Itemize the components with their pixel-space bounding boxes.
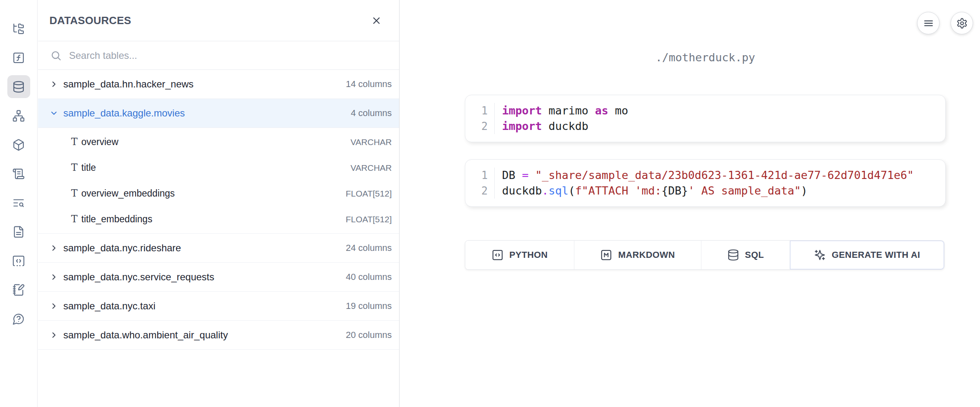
- sidebar-button-list-search[interactable]: [7, 191, 30, 214]
- column-type: FLOAT[512]: [346, 215, 392, 224]
- search-tables-input[interactable]: [68, 49, 399, 62]
- chevron-right-icon: [49, 244, 58, 253]
- chevron-right-icon: [49, 244, 58, 253]
- table-column-count: 14 columns: [346, 79, 392, 89]
- table-search-row: [38, 41, 399, 70]
- type-text-icon: T: [67, 188, 81, 200]
- column-row[interactable]: Ttitle_embeddingsFLOAT[512]: [38, 206, 399, 232]
- help-circle-icon: [12, 313, 25, 325]
- search-icon: [50, 50, 62, 61]
- chevron-down-icon: [49, 109, 58, 118]
- table-row[interactable]: sample_data.hn.hacker_news14 columns: [38, 70, 399, 99]
- sidebar-button-file-tree[interactable]: [7, 17, 30, 40]
- scroll-icon: [12, 168, 25, 180]
- table-column-count: 40 columns: [346, 272, 392, 282]
- settings-icon: [956, 18, 968, 29]
- notebook-filename: ./motherduck.py: [465, 51, 946, 64]
- column-name: overview: [81, 136, 350, 148]
- code-snippet-icon: [12, 255, 25, 267]
- top-actions: [917, 12, 973, 34]
- code-cell: 12import marimo as moimport duckdb: [465, 95, 946, 142]
- column-name: title: [81, 162, 350, 173]
- function-square-icon: [12, 51, 25, 64]
- table-name: sample_data.nyc.taxi: [63, 300, 346, 312]
- column-name: title_embeddings: [81, 214, 346, 225]
- code-line: import duckdb: [502, 119, 945, 134]
- sidebar-button-database[interactable]: [7, 75, 30, 98]
- table-row[interactable]: sample_data.kaggle.movies4 columns: [38, 99, 399, 128]
- chevron-right-icon: [49, 331, 58, 340]
- code-editor[interactable]: DB = "_share/sample_data/23b0d623-1361-4…: [495, 168, 945, 199]
- notebook-area: ./motherduck.py 12import marimo as moimp…: [400, 0, 980, 407]
- sidebar-button-help-circle[interactable]: [7, 307, 30, 330]
- sidebar-button-notebook-pen[interactable]: [7, 278, 30, 301]
- column-row[interactable]: ToverviewVARCHAR: [38, 129, 399, 155]
- sidebar-button-package[interactable]: [7, 133, 30, 156]
- chevron-right-icon: [49, 80, 58, 89]
- close-datasources-button[interactable]: [371, 15, 382, 26]
- column-type: FLOAT[512]: [346, 189, 392, 199]
- svg-text:T: T: [71, 162, 78, 173]
- sidebar-button-sitemap[interactable]: [7, 104, 30, 127]
- database-icon: [12, 81, 25, 93]
- list-search-icon: [12, 197, 25, 209]
- sitemap-icon: [12, 110, 25, 122]
- code-line: import marimo as mo: [502, 103, 945, 119]
- marimo-app: DATASOURCES sample_data.hn.hacker_news14…: [0, 0, 980, 407]
- settings-button[interactable]: [951, 12, 973, 34]
- sidebar-button-function-square[interactable]: [7, 46, 30, 69]
- datasources-panel-header: DATASOURCES: [38, 0, 399, 41]
- add-cell-button-label: SQL: [745, 250, 764, 260]
- menu-icon: [923, 18, 934, 29]
- sidebar-button-scroll[interactable]: [7, 162, 30, 185]
- table-name: sample_data.hn.hacker_news: [63, 78, 346, 90]
- column-row[interactable]: TtitleVARCHAR: [38, 155, 399, 181]
- file-tree-icon: [12, 22, 25, 35]
- chevron-right-icon: [49, 80, 58, 89]
- add-cell-generate-with-ai-button[interactable]: GENERATE WITH AI: [790, 241, 944, 269]
- add-cell-markdown-button[interactable]: MARKDOWN: [574, 241, 701, 269]
- table-columns-list: ToverviewVARCHARTtitleVARCHARToverview_e…: [38, 128, 399, 234]
- column-row[interactable]: Toverview_embeddingsFLOAT[512]: [38, 181, 399, 206]
- table-name: sample_data.kaggle.movies: [63, 107, 351, 119]
- sidebar-button-file-text[interactable]: [7, 220, 30, 243]
- add-cell-sql-button[interactable]: SQL: [701, 241, 790, 269]
- table-row[interactable]: sample_data.nyc.service_requests40 colum…: [38, 263, 399, 292]
- notebook-pen-icon: [12, 284, 25, 296]
- table-name: sample_data.nyc.service_requests: [63, 271, 346, 283]
- add-cell-button-label: PYTHON: [509, 250, 548, 260]
- tables-list: sample_data.hn.hacker_news14 columnssamp…: [38, 70, 399, 350]
- add-cell-button-label: MARKDOWN: [618, 250, 675, 260]
- line-numbers: 12: [465, 103, 495, 134]
- add-cell-button-label: GENERATE WITH AI: [832, 250, 920, 260]
- code-editor[interactable]: import marimo as moimport duckdb: [495, 103, 945, 134]
- svg-text:T: T: [71, 136, 78, 148]
- type-text-icon: T: [67, 162, 81, 174]
- column-type: VARCHAR: [350, 137, 392, 147]
- code-line: DB = "_share/sample_data/23b0d623-1361-4…: [502, 168, 945, 183]
- table-column-count: 24 columns: [346, 243, 392, 253]
- table-name: sample_data.who.ambient_air_quality: [63, 329, 346, 341]
- sidebar-button-code-snippet[interactable]: [7, 249, 30, 272]
- code-square-icon: [491, 249, 504, 261]
- package-icon: [12, 139, 25, 151]
- chevron-right-icon: [49, 302, 58, 311]
- column-name: overview_embeddings: [81, 188, 346, 199]
- table-row[interactable]: sample_data.who.ambient_air_quality20 co…: [38, 321, 399, 350]
- table-column-count: 20 columns: [346, 330, 392, 340]
- table-row[interactable]: sample_data.nyc.rideshare24 columns: [38, 234, 399, 263]
- code-line: duckdb.sql(f"ATTACH 'md:{DB}' AS sample_…: [502, 183, 945, 199]
- svg-text:T: T: [71, 188, 78, 199]
- table-column-count: 19 columns: [346, 301, 392, 311]
- menu-button[interactable]: [917, 12, 940, 34]
- activity-bar: [0, 0, 38, 407]
- add-cell-row: PYTHONMARKDOWNSQLGENERATE WITH AI: [465, 240, 944, 270]
- type-text-icon: T: [67, 213, 81, 226]
- type-text-icon: T: [67, 136, 81, 148]
- datasources-panel: DATASOURCES sample_data.hn.hacker_news14…: [38, 0, 400, 407]
- column-type: VARCHAR: [350, 163, 392, 173]
- chevron-right-icon: [49, 273, 58, 282]
- table-row[interactable]: sample_data.nyc.taxi19 columns: [38, 292, 399, 321]
- add-cell-python-button[interactable]: PYTHON: [465, 241, 574, 269]
- chevron-right-icon: [49, 331, 58, 340]
